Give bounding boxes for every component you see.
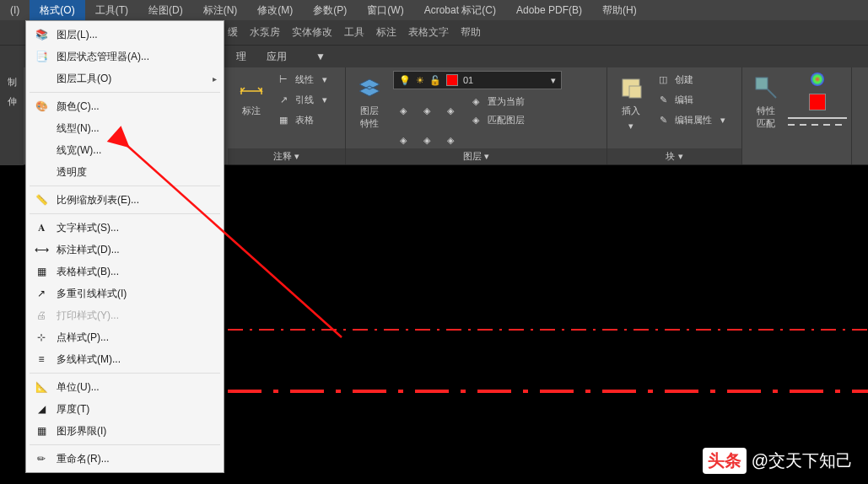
toolbar-item[interactable]: 水泵房	[250, 25, 280, 40]
layer-tool-6[interactable]: ◈	[440, 132, 461, 148]
menu-layer[interactable]: 📚图层(L)...	[26, 24, 224, 46]
tablestyle-icon: ▦	[33, 264, 50, 279]
panel-title[interactable]: 块 ▾	[607, 148, 741, 164]
table-button[interactable]: ▦表格	[273, 111, 331, 128]
toolbar-item[interactable]: 表格文字	[408, 25, 449, 40]
menu-dimstyle[interactable]: ⟷标注样式(D)...	[26, 239, 224, 261]
menu-layerstate[interactable]: 📑图层状态管理器(A)...	[26, 46, 224, 67]
layerprops-button[interactable]: 图层 特性	[353, 71, 386, 133]
menu-window[interactable]: 窗口(W)	[357, 0, 413, 21]
current-color-swatch[interactable]	[809, 94, 826, 110]
menu-layertools[interactable]: 图层工具(O)▸	[26, 67, 224, 89]
svg-rect-1	[629, 86, 641, 98]
editattr-icon: ✎	[656, 113, 670, 126]
insert-button[interactable]: 插入 ▾	[614, 71, 648, 148]
insert-icon	[617, 74, 644, 101]
menu-separator	[30, 186, 220, 186]
chevron-down-icon: ▾	[628, 121, 633, 132]
submenu-arrow-icon: ▸	[213, 74, 217, 83]
menu-prev[interactable]: (I)	[0, 1, 30, 19]
layer-tool-5[interactable]: ◈	[417, 132, 437, 148]
layer-dropdown[interactable]: 💡 ☀ 🔓 01 ▾	[393, 71, 562, 89]
editattr-button[interactable]: ✎编辑属性▾	[653, 111, 729, 128]
linetype-sample[interactable]	[788, 124, 847, 126]
thickness-icon: ◢	[33, 401, 50, 417]
mleader-icon: ↗	[33, 286, 50, 301]
layerprops-label: 图层 特性	[360, 105, 379, 130]
edit-button[interactable]: ✎编辑	[653, 91, 729, 108]
menu-help[interactable]: 帮助(H)	[592, 0, 647, 21]
linear-button[interactable]: ⊢线性▾	[273, 71, 331, 88]
limits-icon: ▦	[33, 423, 50, 438]
create-icon: ◫	[656, 73, 670, 86]
leader-button[interactable]: ↗引线▾	[273, 91, 331, 108]
menu-thickness[interactable]: ◢厚度(T)	[26, 398, 224, 420]
menu-tablestyle[interactable]: ▦表格样式(B)...	[26, 261, 224, 282]
ribbon-tab[interactable]: 理	[228, 46, 255, 67]
table-icon: ▦	[277, 113, 290, 126]
matchprops-button[interactable]: 特性 匹配	[749, 71, 783, 163]
menu-mlinestyle[interactable]: ≡多线样式(M)...	[26, 348, 224, 370]
panel-block: 插入 ▾ ◫创建 ✎编辑 ✎编辑属性▾ 块 ▾	[607, 67, 742, 164]
dropdown-icon[interactable]: ▼	[315, 51, 326, 62]
scale-icon: 📏	[33, 192, 50, 207]
menu-acrobat[interactable]: Acrobat 标记(C)	[414, 0, 506, 21]
layer-icon: ◈	[420, 104, 434, 117]
menu-draw[interactable]: 绘图(D)	[138, 0, 193, 21]
color-picker-icon[interactable]	[809, 71, 826, 90]
menu-limits[interactable]: ▦图形界限(I)	[26, 420, 224, 442]
menu-pointstyle[interactable]: ⊹点样式(P)...	[26, 326, 224, 348]
insert-label: 插入	[622, 105, 640, 117]
layer-icon: ◈	[396, 104, 410, 117]
chevron-down-icon: ▾	[551, 75, 556, 86]
side-item[interactable]: 制	[8, 76, 17, 89]
linear-icon: ⊢	[277, 73, 290, 86]
menu-adobepdf[interactable]: Adobe PDF(B)	[506, 1, 592, 19]
setcurrent-button[interactable]: ◈置为当前	[466, 93, 528, 110]
layer-tool-4[interactable]: ◈	[393, 132, 413, 148]
toolbar-item[interactable]: 实体修改	[292, 25, 332, 40]
menu-mleaderstyle[interactable]: ↗多重引线样式(I)	[26, 282, 224, 304]
lock-icon: 🔓	[429, 75, 441, 86]
menu-transparency[interactable]: 透明度	[26, 161, 224, 183]
format-menu: 📚图层(L)... 📑图层状态管理器(A)... 图层工具(O)▸ 🎨颜色(C)…	[25, 20, 224, 473]
menu-parameters[interactable]: 参数(P)	[303, 0, 357, 21]
lineweight-sample[interactable]	[788, 117, 847, 119]
svg-point-3	[811, 73, 824, 86]
menu-lineweight[interactable]: 线宽(W)...	[26, 139, 224, 161]
create-button[interactable]: ◫创建	[653, 71, 729, 88]
menu-tools[interactable]: 工具(T)	[85, 0, 138, 21]
toolbar-item[interactable]: 缓	[228, 25, 238, 40]
layer-tool-2[interactable]: ◈	[417, 93, 437, 128]
menu-modify[interactable]: 修改(M)	[247, 0, 303, 21]
menu-color[interactable]: 🎨颜色(C)...	[26, 95, 224, 117]
ribbon-tab[interactable]: 应用	[258, 46, 295, 67]
toolbar-item[interactable]: 工具	[344, 25, 364, 40]
menu-rename[interactable]: ✏重命名(R)...	[26, 448, 224, 470]
matchprops-icon	[752, 74, 779, 101]
menu-dimension[interactable]: 标注(N)	[193, 0, 248, 21]
layer-icon: ◈	[444, 133, 457, 147]
dimension-button[interactable]: 标注	[235, 71, 268, 148]
watermark: 头条 @交天下知己	[703, 448, 853, 474]
menu-linetype[interactable]: 线型(N)...	[26, 117, 224, 139]
menu-format[interactable]: 格式(O)	[30, 0, 84, 21]
panel-title[interactable]: 图层 ▾	[346, 148, 607, 164]
menu-units[interactable]: 📐单位(U)...	[26, 376, 224, 398]
current-icon: ◈	[469, 94, 483, 108]
menu-scalelist[interactable]: 📏比例缩放列表(E)...	[26, 189, 224, 211]
sun-icon: ☀	[416, 75, 424, 86]
menu-separator	[30, 373, 220, 374]
edit-icon: ✎	[656, 93, 670, 106]
left-strip: 制 伸	[0, 67, 24, 165]
layer-tool-1[interactable]: ◈	[393, 93, 413, 128]
layer-tool-3[interactable]: ◈	[440, 93, 461, 128]
menu-separator	[30, 213, 220, 214]
side-item[interactable]: 伸	[8, 95, 17, 108]
toolbar-item[interactable]: 帮助	[461, 25, 481, 40]
toolbar-item[interactable]: 标注	[376, 25, 396, 40]
panel-title[interactable]: 注释 ▾	[228, 148, 345, 164]
brand-logo: 头条	[703, 448, 747, 474]
matchlayer-button[interactable]: ◈匹配图层	[466, 111, 528, 128]
menu-textstyle[interactable]: 𝐀文字样式(S)...	[26, 217, 224, 239]
